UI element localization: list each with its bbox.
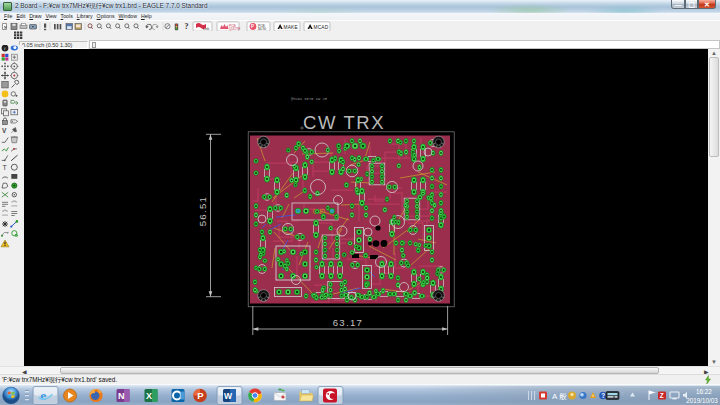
svg-text:P: P: [251, 24, 254, 29]
svg-text:T: T: [2, 164, 7, 171]
svg-text:2019/10/03: 2019/10/03: [686, 397, 718, 404]
svg-text:V: V: [2, 127, 7, 134]
svg-text:A: A: [552, 392, 558, 401]
svg-text:e: e: [40, 388, 46, 403]
svg-text:Z: Z: [660, 392, 664, 399]
svg-text:@M2DX KE7B CW JH: @M2DX KE7B CW JH: [291, 97, 327, 101]
svg-text::: :: [622, 391, 623, 396]
svg-text:MAKE: MAKE: [284, 25, 298, 30]
svg-text:N: N: [118, 391, 125, 401]
svg-text:P: P: [197, 390, 204, 401]
svg-text:16:22: 16:22: [696, 388, 712, 395]
svg-text:W: W: [224, 391, 233, 401]
svg-text:?: ?: [601, 392, 605, 399]
svg-text:63.17: 63.17: [333, 317, 364, 328]
svg-text:MCAD: MCAD: [314, 25, 329, 30]
svg-text:CW TRX: CW TRX: [303, 112, 385, 133]
svg-text:?: ?: [185, 22, 189, 31]
svg-text:般: 般: [559, 392, 567, 401]
svg-text:X: X: [146, 391, 152, 401]
svg-text:56.51: 56.51: [197, 196, 208, 227]
